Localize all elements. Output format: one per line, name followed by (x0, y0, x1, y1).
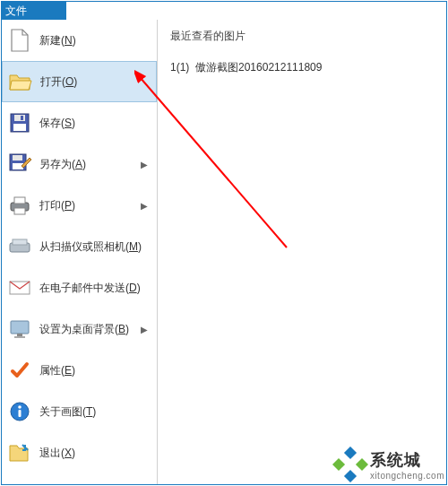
info-icon (7, 399, 32, 424)
menu-label: 在电子邮件中发送(D) (39, 281, 151, 296)
open-folder-icon (8, 69, 33, 94)
svg-rect-14 (17, 334, 22, 336)
email-icon (7, 275, 32, 300)
scanner-icon (7, 234, 32, 259)
new-file-icon (7, 28, 32, 53)
menu-item-exit[interactable]: 退出(X) (2, 432, 157, 473)
menu-label: 设置为桌面背景(B) (39, 322, 141, 337)
menu-label: 关于画图(T) (39, 404, 151, 420)
watermark-logo-icon (332, 447, 368, 482)
svg-point-17 (18, 405, 22, 409)
menu-label: 打印(P) (39, 198, 141, 213)
file-tab[interactable]: 文件 (2, 2, 66, 20)
menu-label: 新建(N) (39, 33, 151, 48)
print-icon (7, 193, 32, 218)
svg-rect-21 (344, 470, 357, 482)
svg-rect-13 (11, 321, 29, 334)
svg-rect-22 (332, 458, 345, 471)
menu-item-about[interactable]: 关于画图(T) (2, 391, 157, 432)
watermark-url: xitongcheng.com (370, 471, 444, 481)
svg-rect-18 (19, 410, 22, 417)
recent-name: 傲游截图20160212111809 (195, 61, 322, 74)
save-as-icon (7, 152, 32, 177)
menu-item-properties[interactable]: 属性(E) (2, 350, 157, 391)
menu-item-new[interactable]: 新建(N) (2, 20, 157, 61)
menu-item-wallpaper[interactable]: 设置为桌面背景(B) ▶ (2, 308, 157, 350)
checkmark-icon (7, 358, 32, 383)
watermark: 系统城 xitongcheng.com (332, 447, 444, 482)
file-tab-label: 文件 (5, 4, 27, 19)
menu-label: 保存(S) (39, 116, 151, 131)
desktop-icon (7, 317, 32, 342)
svg-rect-23 (356, 458, 368, 471)
svg-rect-1 (14, 115, 25, 121)
menu-label: 从扫描仪或照相机(M) (39, 239, 151, 255)
svg-rect-15 (14, 336, 25, 338)
recent-file-item[interactable]: 1(1) 傲游截图20160212111809 (170, 56, 434, 79)
svg-rect-3 (21, 116, 23, 120)
save-icon (7, 110, 32, 135)
svg-rect-2 (13, 124, 26, 131)
exit-icon (7, 440, 32, 465)
svg-rect-11 (13, 239, 27, 245)
menu-item-print[interactable]: 打印(P) ▶ (2, 185, 157, 226)
menu-label: 退出(X) (39, 446, 151, 461)
menu-label: 属性(E) (39, 363, 151, 378)
menu-item-scanner[interactable]: 从扫描仪或照相机(M) (2, 226, 157, 267)
menu-item-email[interactable]: 在电子邮件中发送(D) (2, 267, 157, 308)
menu-label: 另存为(A) (39, 157, 141, 172)
recent-header: 最近查看的图片 (170, 29, 434, 44)
menu-item-save[interactable]: 保存(S) (2, 102, 157, 143)
chevron-right-icon: ▶ (141, 325, 148, 334)
svg-rect-5 (13, 155, 22, 161)
file-menu-sidebar: 新建(N) 打开(O) (2, 20, 158, 484)
chevron-right-icon: ▶ (141, 160, 148, 169)
menu-item-save-as[interactable]: 另存为(A) ▶ (2, 143, 157, 185)
svg-rect-8 (14, 197, 25, 204)
menu-item-open[interactable]: 打开(O) (2, 61, 157, 102)
watermark-title: 系统城 (370, 449, 444, 471)
recent-index: 1(1) (170, 61, 189, 74)
recent-panel: 最近查看的图片 1(1) 傲游截图20160212111809 (158, 20, 446, 484)
chevron-right-icon: ▶ (141, 201, 148, 211)
svg-rect-9 (14, 208, 25, 214)
menu-label: 打开(O) (40, 74, 151, 90)
svg-rect-20 (344, 447, 357, 459)
